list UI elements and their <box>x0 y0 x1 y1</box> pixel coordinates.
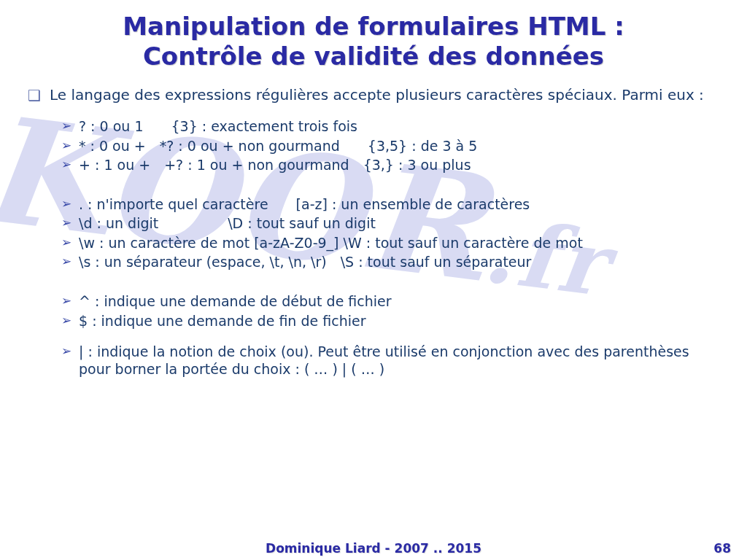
spacer <box>23 272 724 292</box>
title-line-1: Manipulation de formulaires HTML : <box>23 12 724 42</box>
slide-content: Le langage des expressions régulières ac… <box>23 86 724 378</box>
list-item: $ : indique une demande de fin de fichie… <box>23 312 724 330</box>
spacer <box>23 175 724 195</box>
list-item: \w : un caractère de mot [a-zA-Z0-9_] \W… <box>23 234 724 252</box>
slide: KOOR.fr Manipulation de formulaires HTML… <box>0 0 747 560</box>
list-item: . : n'importe quel caractère [a-z] : un … <box>23 195 724 213</box>
list-item: + : 1 ou + +? : 1 ou + non gourmand {3,}… <box>23 156 724 174</box>
list-item: ? : 0 ou 1 {3} : exactement trois fois <box>23 117 724 135</box>
footer-spacer <box>16 541 53 556</box>
spacer <box>23 331 724 343</box>
list-item: * : 0 ou + *? : 0 ou + non gourmand {3,5… <box>23 137 724 155</box>
list-item: ^ : indique une demande de début de fich… <box>23 292 724 310</box>
slide-footer: Dominique Liard - 2007 .. 2015 68 <box>0 541 747 556</box>
list-item: \s : un séparateur (espace, \t, \n, \r) … <box>23 253 724 271</box>
list-item: \d : un digit \D : tout sauf un digit <box>23 214 724 232</box>
footer-page: 68 <box>694 541 731 556</box>
footer-author: Dominique Liard - 2007 .. 2015 <box>53 541 694 556</box>
list-item: | : indique la notion de choix (ou). Peu… <box>23 343 724 378</box>
slide-title: Manipulation de formulaires HTML : Contr… <box>23 12 724 71</box>
title-line-2: Contrôle de validité des données <box>23 42 724 71</box>
intro-text: Le langage des expressions régulières ac… <box>23 86 724 105</box>
